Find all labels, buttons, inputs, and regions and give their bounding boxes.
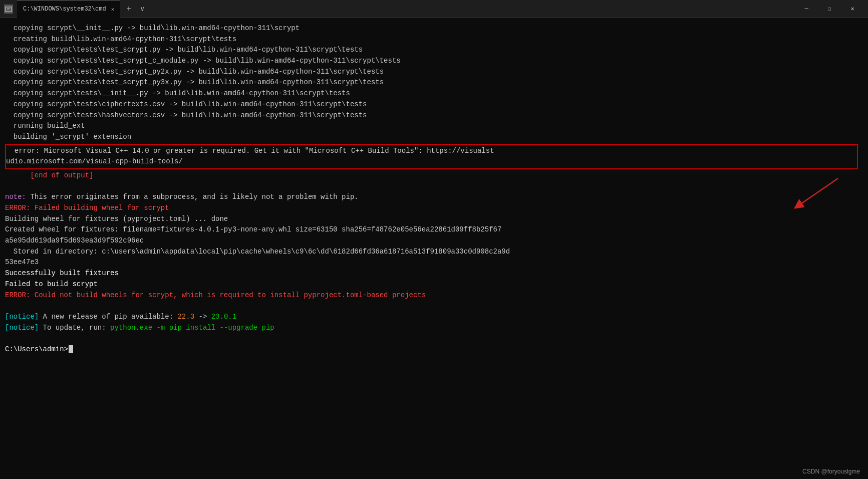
svg-rect-0	[6, 7, 12, 12]
blank-line-1	[5, 181, 858, 192]
created-wheel-hash: a5e95dd619da9f5d693ea3d9f592c96ec	[5, 235, 858, 247]
end-output-line: [end of output]	[5, 170, 858, 181]
output-line-8: copying scrypt\tests\ciphertexts.csv -> …	[5, 99, 858, 110]
output-line-2: creating build\lib.win-amd64-cpython-311…	[5, 34, 858, 45]
tab-label: C:\WINDOWS\system32\cmd	[23, 6, 106, 13]
notice-line-2: [notice] To update, run: python.exe -m p…	[5, 323, 858, 334]
output-line-6: copying scrypt\tests\test_scrypt_py3x.py…	[5, 77, 858, 88]
minimize-button[interactable]: —	[795, 0, 818, 18]
output-line-5: copying scrypt\tests\test_scrypt_py2x.py…	[5, 67, 858, 78]
failed-build-line: Failed to build scrypt	[5, 279, 858, 290]
error-box: error: Microsoft Visual C++ 14.0 or grea…	[5, 144, 858, 169]
active-tab[interactable]: C:\WINDOWS\system32\cmd ✕	[17, 0, 120, 18]
output-line-7: copying scrypt\tests\__init__.py -> buil…	[5, 88, 858, 99]
terminal-output: copying scrypt\__init__.py -> build\lib.…	[0, 18, 868, 479]
prompt-text: C:\Users\admin>	[5, 345, 68, 353]
stored-dir-line: Stored in directory: c:\users\admin\appd…	[5, 247, 858, 258]
notice-line-1: [notice] A new release of pip available:…	[5, 312, 858, 323]
new-tab-button[interactable]: +	[121, 3, 136, 16]
error-line-1: error: Microsoft Visual C++ 14.0 or grea…	[6, 146, 857, 157]
app-icon	[4, 5, 13, 14]
building-fixtures-line: Building wheel for fixtures (pyproject.t…	[5, 214, 858, 225]
output-line-10: running build_ext	[5, 121, 858, 132]
output-line-3: copying scrypt\tests\test_scrypt.py -> b…	[5, 45, 858, 56]
tab-close-button[interactable]: ✕	[111, 6, 115, 13]
window-controls: — ☐ ✕	[795, 0, 864, 18]
output-line-11: building '_scrypt' extension	[5, 132, 858, 143]
close-button[interactable]: ✕	[841, 0, 864, 18]
error-line-2: udio.microsoft.com/visual-cpp-build-tool…	[6, 156, 857, 167]
output-line-1: copying scrypt\__init__.py -> build\lib.…	[5, 23, 858, 34]
success-built-line: Successfully built fixtures	[5, 268, 858, 279]
note-line: note: This error originates from a subpr…	[5, 192, 858, 203]
output-line-4: copying scrypt\tests\test_scrypt_c_modul…	[5, 56, 858, 67]
blank-line-2	[5, 301, 858, 312]
error-could-not-build-line: ERROR: Could not build wheels for scrypt…	[5, 290, 858, 301]
blank-line-3	[5, 333, 858, 344]
cursor	[69, 345, 73, 353]
stored-dir-cont: 53ee47e3	[5, 257, 858, 268]
command-prompt[interactable]: C:\Users\admin>	[5, 344, 858, 355]
tab-dropdown-button[interactable]: ∨	[136, 3, 148, 15]
maximize-button[interactable]: ☐	[818, 0, 841, 18]
error-failed-wheel-line: ERROR: Failed building wheel for scrypt	[5, 203, 858, 214]
title-bar: C:\WINDOWS\system32\cmd ✕ + ∨ — ☐ ✕	[0, 0, 868, 18]
created-wheel-line: Created wheel for fixtures: filename=fix…	[5, 224, 858, 235]
watermark: CSDN @foryouslgme	[802, 468, 860, 475]
output-line-9: copying scrypt\tests\hashvectors.csv -> …	[5, 110, 858, 121]
